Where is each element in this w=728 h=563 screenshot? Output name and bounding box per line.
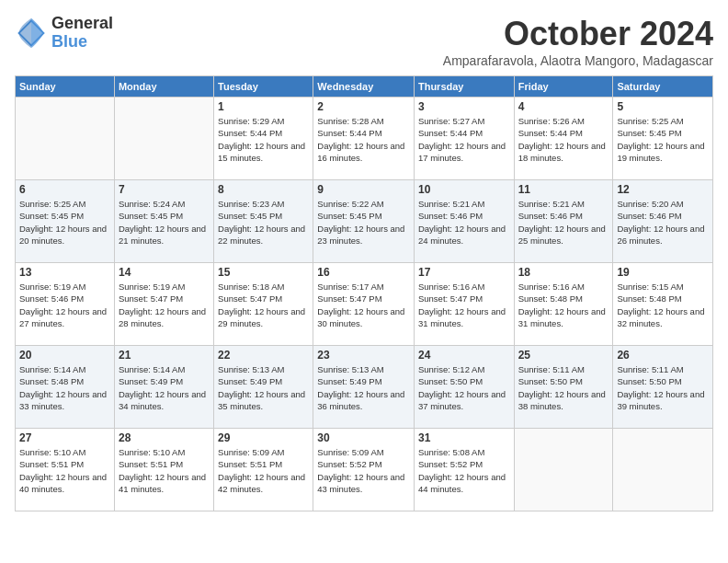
day-number: 28 <box>119 431 210 444</box>
calendar-cell <box>114 98 213 180</box>
calendar-week-row: 1Sunrise: 5:29 AM Sunset: 5:44 PM Daylig… <box>16 98 713 180</box>
cell-detail: Sunrise: 5:12 AM Sunset: 5:50 PM Dayligh… <box>418 363 510 412</box>
cell-detail: Sunrise: 5:13 AM Sunset: 5:49 PM Dayligh… <box>317 363 410 412</box>
calendar-header-friday: Friday <box>514 76 613 98</box>
calendar-cell: 14Sunrise: 5:19 AM Sunset: 5:47 PM Dayli… <box>114 263 213 346</box>
cell-detail: Sunrise: 5:09 AM Sunset: 5:52 PM Dayligh… <box>317 446 410 495</box>
calendar-header-sunday: Sunday <box>16 76 115 98</box>
location: Amparafaravola, Alaotra Mangoro, Madagas… <box>443 53 713 68</box>
cell-detail: Sunrise: 5:16 AM Sunset: 5:47 PM Dayligh… <box>418 281 510 329</box>
logo-text: General Blue <box>51 15 113 52</box>
day-number: 5 <box>617 100 709 113</box>
calendar-cell: 11Sunrise: 5:21 AM Sunset: 5:46 PM Dayli… <box>514 180 613 263</box>
day-number: 3 <box>418 100 510 113</box>
title-section: October 2024 Amparafaravola, Alaotra Man… <box>443 15 713 68</box>
calendar-week-row: 27Sunrise: 5:10 AM Sunset: 5:51 PM Dayli… <box>16 429 713 511</box>
day-number: 7 <box>119 183 210 196</box>
day-number: 31 <box>418 431 510 444</box>
day-number: 24 <box>418 349 510 362</box>
month-year: October 2024 <box>443 15 713 53</box>
calendar-cell: 25Sunrise: 5:11 AM Sunset: 5:50 PM Dayli… <box>514 346 613 429</box>
cell-detail: Sunrise: 5:21 AM Sunset: 5:46 PM Dayligh… <box>518 198 609 247</box>
day-number: 17 <box>418 266 510 279</box>
day-number: 2 <box>317 100 410 113</box>
day-number: 25 <box>518 349 609 362</box>
calendar-cell: 19Sunrise: 5:15 AM Sunset: 5:48 PM Dayli… <box>613 263 713 346</box>
logo-blue: Blue <box>51 33 113 52</box>
day-number: 9 <box>317 183 410 196</box>
calendar-header-tuesday: Tuesday <box>214 76 313 98</box>
cell-detail: Sunrise: 5:26 AM Sunset: 5:44 PM Dayligh… <box>518 115 609 164</box>
day-number: 29 <box>218 431 309 444</box>
cell-detail: Sunrise: 5:13 AM Sunset: 5:49 PM Dayligh… <box>218 363 309 412</box>
day-number: 20 <box>19 349 110 362</box>
calendar-cell: 8Sunrise: 5:23 AM Sunset: 5:45 PM Daylig… <box>214 180 313 263</box>
calendar-cell: 16Sunrise: 5:17 AM Sunset: 5:47 PM Dayli… <box>313 263 415 346</box>
calendar-cell: 4Sunrise: 5:26 AM Sunset: 5:44 PM Daylig… <box>514 98 613 180</box>
calendar-cell: 26Sunrise: 5:11 AM Sunset: 5:50 PM Dayli… <box>613 346 713 429</box>
cell-detail: Sunrise: 5:19 AM Sunset: 5:46 PM Dayligh… <box>19 281 110 329</box>
cell-detail: Sunrise: 5:11 AM Sunset: 5:50 PM Dayligh… <box>518 363 609 412</box>
calendar-cell: 7Sunrise: 5:24 AM Sunset: 5:45 PM Daylig… <box>114 180 213 263</box>
calendar-cell: 24Sunrise: 5:12 AM Sunset: 5:50 PM Dayli… <box>414 346 514 429</box>
calendar-cell: 6Sunrise: 5:25 AM Sunset: 5:45 PM Daylig… <box>16 180 115 263</box>
cell-detail: Sunrise: 5:14 AM Sunset: 5:49 PM Dayligh… <box>119 363 210 412</box>
day-number: 15 <box>218 266 309 279</box>
calendar-header-monday: Monday <box>114 76 213 98</box>
calendar-cell: 17Sunrise: 5:16 AM Sunset: 5:47 PM Dayli… <box>414 263 514 346</box>
calendar-header-saturday: Saturday <box>613 76 713 98</box>
calendar-cell: 29Sunrise: 5:09 AM Sunset: 5:51 PM Dayli… <box>214 429 313 511</box>
day-number: 14 <box>119 266 210 279</box>
calendar-cell: 31Sunrise: 5:08 AM Sunset: 5:52 PM Dayli… <box>414 429 514 511</box>
calendar-cell <box>16 98 115 180</box>
cell-detail: Sunrise: 5:20 AM Sunset: 5:46 PM Dayligh… <box>617 198 709 247</box>
calendar-week-row: 6Sunrise: 5:25 AM Sunset: 5:45 PM Daylig… <box>16 180 713 263</box>
day-number: 1 <box>218 100 309 113</box>
cell-detail: Sunrise: 5:27 AM Sunset: 5:44 PM Dayligh… <box>418 115 510 164</box>
cell-detail: Sunrise: 5:23 AM Sunset: 5:45 PM Dayligh… <box>218 198 309 247</box>
calendar-cell: 2Sunrise: 5:28 AM Sunset: 5:44 PM Daylig… <box>313 98 415 180</box>
calendar-cell: 1Sunrise: 5:29 AM Sunset: 5:44 PM Daylig… <box>214 98 313 180</box>
calendar-cell: 20Sunrise: 5:14 AM Sunset: 5:48 PM Dayli… <box>16 346 115 429</box>
calendar-header-row: SundayMondayTuesdayWednesdayThursdayFrid… <box>16 76 713 98</box>
day-number: 26 <box>617 349 709 362</box>
calendar-cell: 15Sunrise: 5:18 AM Sunset: 5:47 PM Dayli… <box>214 263 313 346</box>
cell-detail: Sunrise: 5:10 AM Sunset: 5:51 PM Dayligh… <box>19 446 110 495</box>
logo-general: General <box>51 15 113 33</box>
calendar-cell: 23Sunrise: 5:13 AM Sunset: 5:49 PM Dayli… <box>313 346 415 429</box>
day-number: 23 <box>317 349 410 362</box>
day-number: 27 <box>19 431 110 444</box>
calendar-cell: 22Sunrise: 5:13 AM Sunset: 5:49 PM Dayli… <box>214 346 313 429</box>
day-number: 18 <box>518 266 609 279</box>
calendar-header-thursday: Thursday <box>414 76 514 98</box>
logo: General Blue <box>15 15 113 52</box>
calendar-cell: 13Sunrise: 5:19 AM Sunset: 5:46 PM Dayli… <box>16 263 115 346</box>
calendar-cell: 3Sunrise: 5:27 AM Sunset: 5:44 PM Daylig… <box>414 98 514 180</box>
cell-detail: Sunrise: 5:29 AM Sunset: 5:44 PM Dayligh… <box>218 115 309 164</box>
cell-detail: Sunrise: 5:21 AM Sunset: 5:46 PM Dayligh… <box>418 198 510 247</box>
cell-detail: Sunrise: 5:11 AM Sunset: 5:50 PM Dayligh… <box>617 363 709 412</box>
calendar: SundayMondayTuesdayWednesdayThursdayFrid… <box>15 75 713 511</box>
calendar-cell: 21Sunrise: 5:14 AM Sunset: 5:49 PM Dayli… <box>114 346 213 429</box>
cell-detail: Sunrise: 5:19 AM Sunset: 5:47 PM Dayligh… <box>119 281 210 329</box>
calendar-cell: 5Sunrise: 5:25 AM Sunset: 5:45 PM Daylig… <box>613 98 713 180</box>
cell-detail: Sunrise: 5:14 AM Sunset: 5:48 PM Dayligh… <box>19 363 110 412</box>
calendar-cell: 12Sunrise: 5:20 AM Sunset: 5:46 PM Dayli… <box>613 180 713 263</box>
cell-detail: Sunrise: 5:08 AM Sunset: 5:52 PM Dayligh… <box>418 446 510 495</box>
calendar-cell: 28Sunrise: 5:10 AM Sunset: 5:51 PM Dayli… <box>114 429 213 511</box>
day-number: 13 <box>19 266 110 279</box>
calendar-header-wednesday: Wednesday <box>313 76 415 98</box>
calendar-cell <box>514 429 613 511</box>
day-number: 19 <box>617 266 709 279</box>
day-number: 16 <box>317 266 410 279</box>
cell-detail: Sunrise: 5:10 AM Sunset: 5:51 PM Dayligh… <box>119 446 210 495</box>
calendar-cell: 9Sunrise: 5:22 AM Sunset: 5:45 PM Daylig… <box>313 180 415 263</box>
day-number: 10 <box>418 183 510 196</box>
day-number: 11 <box>518 183 609 196</box>
cell-detail: Sunrise: 5:28 AM Sunset: 5:44 PM Dayligh… <box>317 115 410 164</box>
calendar-cell: 10Sunrise: 5:21 AM Sunset: 5:46 PM Dayli… <box>414 180 514 263</box>
cell-detail: Sunrise: 5:18 AM Sunset: 5:47 PM Dayligh… <box>218 281 309 329</box>
day-number: 21 <box>119 349 210 362</box>
cell-detail: Sunrise: 5:24 AM Sunset: 5:45 PM Dayligh… <box>119 198 210 247</box>
calendar-week-row: 13Sunrise: 5:19 AM Sunset: 5:46 PM Dayli… <box>16 263 713 346</box>
